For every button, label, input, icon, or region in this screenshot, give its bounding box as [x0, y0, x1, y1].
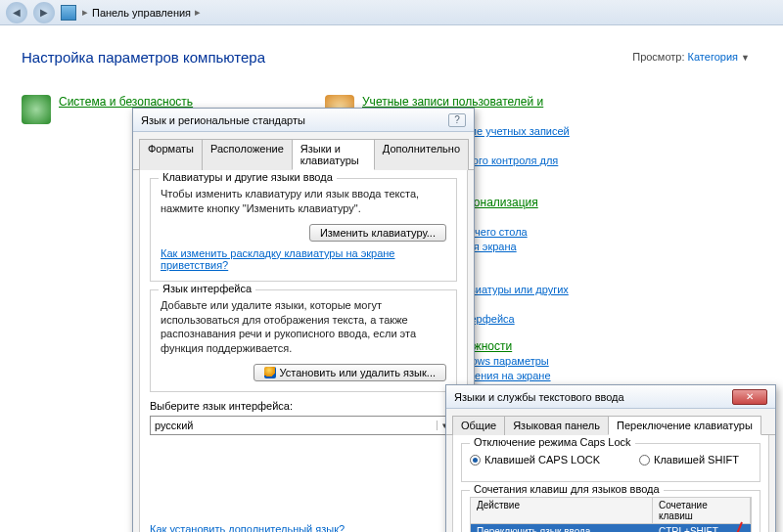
- tab-switch[interactable]: Переключение клавиатуры: [608, 416, 761, 435]
- hotkey-table-header: Действие Сочетание клавиш: [470, 497, 752, 524]
- tab-advanced[interactable]: Дополнительно: [374, 139, 469, 170]
- breadcrumb-text[interactable]: Панель управления: [92, 7, 191, 19]
- radio-icon: [639, 455, 650, 466]
- radio-capslock[interactable]: Клавишей CAPS LOCK: [470, 454, 600, 466]
- install-language-button[interactable]: Установить или удалить язык...: [253, 364, 447, 381]
- close-button[interactable]: ✕: [732, 389, 767, 405]
- view-mode-link[interactable]: Категория: [688, 51, 738, 63]
- capslock-group-title: Отключение режима Caps Lock: [470, 436, 635, 448]
- tab-location[interactable]: Расположение: [202, 139, 293, 170]
- table-row[interactable]: Переключить язык ввода CTRL+SHIFT: [470, 524, 752, 532]
- tab-general[interactable]: Общие: [452, 416, 505, 435]
- chevron-right-icon: ▸: [82, 6, 88, 19]
- dialog-text-services: Языки и службы текстового ввода ✕ Общие …: [445, 384, 776, 532]
- dropdown-value: русский: [155, 420, 193, 431]
- nav-fwd-icon[interactable]: ▶: [33, 2, 55, 23]
- dialog-title-text: Языки и службы текстового ввода: [454, 391, 624, 403]
- chevron-down-icon[interactable]: ▼: [741, 53, 750, 63]
- tab-langbar[interactable]: Языковая панель: [504, 416, 609, 435]
- dropdown-label: Выберите язык интерфейса:: [150, 400, 457, 412]
- window-titlebar: ◀ ▶ ▸ Панель управления ▸: [0, 0, 783, 25]
- link-install-extra-lang[interactable]: Как установить дополнительный язык?: [150, 523, 345, 532]
- col-hotkey: Сочетание клавиш: [653, 498, 751, 523]
- cat-system-security[interactable]: Система и безопасность: [59, 95, 193, 109]
- tab-keyboards[interactable]: Языки и клавиатуры: [292, 139, 375, 170]
- dialog-title-text: Язык и региональные стандарты: [141, 114, 305, 126]
- tab-formats[interactable]: Форматы: [139, 139, 203, 170]
- group-ui-lang-text: Добавьте или удалите языки, которые могу…: [161, 298, 446, 356]
- change-keyboard-button[interactable]: Изменить клавиатуру...: [309, 224, 446, 242]
- system-security-icon: [22, 95, 51, 124]
- ui-language-dropdown[interactable]: русский ▾: [150, 416, 457, 435]
- link-welcome-keyboard[interactable]: Как изменить раскладку клавиатуры на экр…: [161, 247, 394, 271]
- radio-shift[interactable]: Клавишей SHIFT: [639, 454, 739, 466]
- group-keyboards-text: Чтобы изменить клавиатуру или язык ввода…: [161, 187, 446, 216]
- col-action: Действие: [471, 498, 653, 523]
- nav-back-icon[interactable]: ◀: [6, 2, 27, 23]
- shield-icon: [264, 367, 276, 378]
- dialog-region-language: Язык и региональные стандарты ? Форматы …: [132, 108, 475, 532]
- breadcrumb[interactable]: ▸ Панель управления ▸: [82, 6, 201, 19]
- dialog-titlebar[interactable]: Языки и службы текстового ввода ✕: [446, 385, 775, 409]
- group-keyboards-title: Клавиатуры и другие языки ввода: [159, 171, 337, 183]
- dialog-tabs: Форматы Расположение Языки и клавиатуры …: [133, 132, 474, 170]
- group-ui-lang-title: Язык интерфейса: [159, 283, 255, 294]
- radio-icon: [470, 455, 481, 466]
- chevron-right-icon: ▸: [195, 6, 201, 19]
- view-mode: Просмотр: Категория ▼: [632, 51, 750, 63]
- dialog-titlebar[interactable]: Язык и региональные стандарты ?: [133, 109, 474, 132]
- dialog-tabs: Общие Языковая панель Переключение клави…: [446, 409, 775, 435]
- help-button[interactable]: ?: [448, 113, 466, 127]
- control-panel-icon: [61, 5, 76, 21]
- hotkeys-group-title: Сочетания клавиш для языков ввода: [470, 483, 664, 495]
